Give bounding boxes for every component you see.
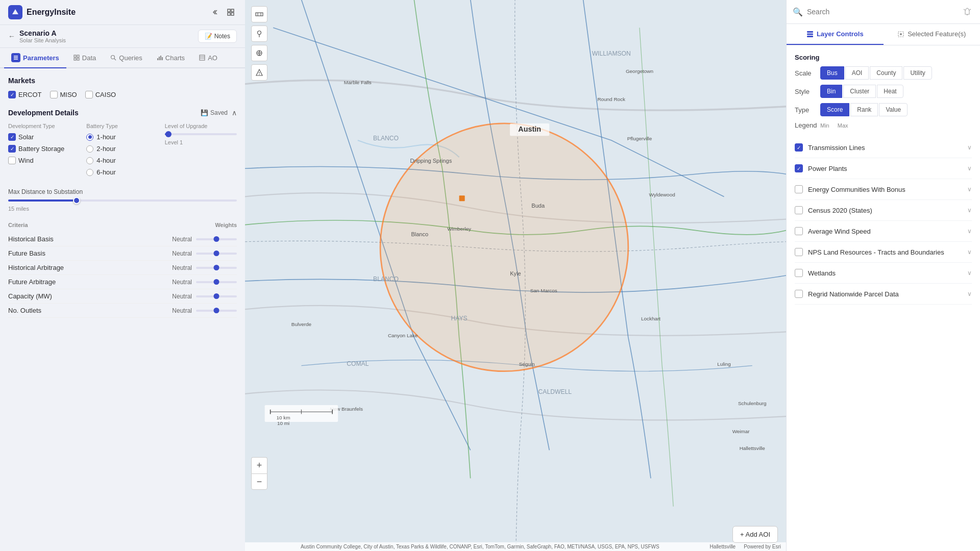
weight-thumb-2[interactable]	[214, 265, 219, 270]
type-wind[interactable]: Wind	[8, 157, 80, 164]
level-upgrade-col: Level of Upgrade Level 1	[165, 123, 237, 180]
collapse-button[interactable]: ∧	[232, 109, 237, 117]
type-battery[interactable]: ✓ Battery Storage	[8, 145, 80, 153]
battery-2hour[interactable]: 2-hour	[86, 145, 158, 153]
notifications-button[interactable]	[961, 5, 974, 18]
wetlands-expand[interactable]: ∨	[967, 269, 972, 277]
tab-parameters[interactable]: Parameters	[4, 48, 66, 68]
svg-text:Blanco: Blanco	[411, 231, 428, 237]
collapse-left-button[interactable]	[208, 6, 220, 18]
scale-utility-button[interactable]: Utility	[903, 66, 932, 80]
transmission-lines-checkbox[interactable]: ✓	[795, 143, 803, 152]
weight-thumb-5[interactable]	[214, 308, 219, 313]
map-area[interactable]: Austin Dripping Springs Buda Blanco Wimb…	[245, 0, 786, 551]
nps-expand[interactable]: ∨	[967, 248, 972, 256]
scale-county-button[interactable]: County	[870, 66, 902, 80]
weight-slider-0[interactable]	[196, 238, 237, 240]
census-checkbox[interactable]	[795, 206, 803, 214]
criteria-weight-label-2: Neutral	[172, 264, 192, 271]
tab-ao[interactable]: AO	[192, 48, 225, 68]
energy-communities-checkbox[interactable]	[795, 185, 803, 193]
weight-slider-4[interactable]	[196, 295, 237, 297]
map-tool-3[interactable]	[251, 64, 267, 81]
tab-charts[interactable]: Charts	[150, 48, 192, 68]
notes-button[interactable]: 📝 Notes	[198, 30, 237, 43]
scenario-name: Scenario A	[19, 29, 66, 37]
radio-6hour[interactable]	[86, 169, 93, 176]
weight-thumb-0[interactable]	[214, 236, 219, 242]
nps-label: NPS Land Resources - Tracts and Boundari…	[808, 248, 962, 256]
battery-checkbox[interactable]: ✓	[8, 145, 16, 153]
tab-queries[interactable]: Queries	[103, 48, 150, 68]
wind-speed-expand[interactable]: ∨	[967, 228, 972, 235]
regrid-expand[interactable]: ∨	[967, 290, 972, 297]
level-slider-thumb[interactable]	[165, 131, 172, 137]
battery-type-header: Battery Type	[86, 123, 158, 129]
criteria-col-name: Criteria	[8, 222, 28, 228]
radio-1hour[interactable]	[86, 134, 93, 141]
power-plants-checkbox[interactable]: ✓	[795, 164, 803, 172]
scale-label: Scale	[795, 69, 820, 77]
power-plants-expand[interactable]: ∨	[967, 165, 972, 172]
market-ercot[interactable]: ✓ ERCOT	[8, 91, 42, 98]
svg-text:Dripping Springs: Dripping Springs	[410, 158, 452, 164]
weight-slider-1[interactable]	[196, 253, 237, 255]
style-cluster-button[interactable]: Cluster	[843, 85, 876, 98]
left-sidebar: EnergyInsite ← Scen	[0, 0, 245, 551]
wetlands-checkbox[interactable]	[795, 269, 803, 277]
type-value-button[interactable]: Value	[879, 103, 908, 116]
wetlands-label: Wetlands	[808, 269, 962, 277]
dist-slider-thumb[interactable]	[73, 197, 80, 204]
battery-4hour[interactable]: 4-hour	[86, 157, 158, 164]
right-tab-layer-controls[interactable]: Layer Controls	[787, 24, 884, 45]
right-tab-selected-features[interactable]: Selected Feature(s)	[884, 24, 981, 45]
wind-checkbox[interactable]	[8, 157, 16, 164]
map-tool-1[interactable]	[251, 26, 267, 42]
layer-nps: NPS Land Resources - Tracts and Boundari…	[795, 242, 972, 263]
scale-aoi-button[interactable]: AOI	[845, 66, 869, 80]
search-input[interactable]	[807, 8, 957, 16]
zoom-out-button[interactable]: −	[251, 473, 267, 490]
census-expand[interactable]: ∨	[967, 207, 972, 214]
weight-slider-2[interactable]	[196, 267, 237, 269]
battery-6hour[interactable]: 6-hour	[86, 168, 158, 176]
weight-thumb-3[interactable]	[214, 279, 219, 285]
style-bin-button[interactable]: Bin	[820, 85, 842, 98]
tab-parameters-label: Parameters	[23, 54, 59, 62]
add-aoi-button[interactable]: + Add AOI	[732, 526, 778, 543]
market-caiso[interactable]: CAISO	[85, 91, 116, 98]
svg-rect-1	[228, 9, 230, 12]
back-button[interactable]: ←	[8, 32, 15, 40]
weight-slider-3[interactable]	[196, 281, 237, 283]
nps-checkbox[interactable]	[795, 248, 803, 256]
type-solar[interactable]: ✓ Solar	[8, 133, 80, 141]
ercot-checkbox[interactable]: ✓	[8, 91, 16, 98]
weight-thumb-4[interactable]	[214, 293, 219, 299]
wind-speed-checkbox[interactable]	[795, 227, 803, 235]
svg-text:Hallettsville: Hallettsville	[740, 445, 766, 451]
weight-thumb-1[interactable]	[214, 251, 219, 256]
caiso-checkbox[interactable]	[85, 91, 93, 98]
battery-1hour[interactable]: 1-hour	[86, 133, 158, 141]
scale-bus-button[interactable]: Bus	[820, 66, 844, 80]
miso-checkbox[interactable]	[50, 91, 58, 98]
energy-communities-expand[interactable]: ∨	[967, 186, 972, 193]
market-miso[interactable]: MISO	[50, 91, 77, 98]
type-score-button[interactable]: Score	[820, 103, 849, 116]
basemap-button[interactable]	[251, 6, 267, 22]
zoom-in-button[interactable]: +	[251, 457, 267, 473]
map-zoom-controls: + −	[251, 457, 267, 490]
weight-slider-5[interactable]	[196, 310, 237, 312]
transmission-lines-expand[interactable]: ∨	[967, 144, 972, 151]
radio-4hour[interactable]	[86, 157, 93, 164]
battery-label: Battery Storage	[18, 145, 64, 153]
radio-2hour[interactable]	[86, 145, 93, 153]
map-tool-2[interactable]	[251, 45, 267, 61]
tab-data[interactable]: Data	[66, 48, 103, 68]
expand-button[interactable]	[225, 6, 237, 18]
solar-checkbox[interactable]: ✓	[8, 133, 16, 141]
regrid-checkbox[interactable]	[795, 290, 803, 298]
style-heat-button[interactable]: Heat	[877, 85, 903, 98]
type-rank-button[interactable]: Rank	[850, 103, 878, 116]
criteria-row-capacity: Capacity (MW) Neutral	[8, 289, 237, 304]
